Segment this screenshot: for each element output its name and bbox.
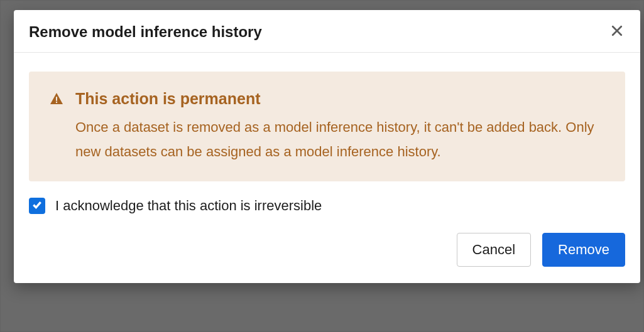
warning-heading: This action is permanent: [75, 89, 604, 108]
warning-panel: This action is permanent Once a dataset …: [29, 72, 625, 181]
remove-button[interactable]: Remove: [542, 233, 625, 267]
dialog-body: This action is permanent Once a dataset …: [14, 53, 640, 229]
acknowledge-label[interactable]: I acknowledge that this action is irreve…: [55, 198, 322, 214]
dialog-title: Remove model inference history: [29, 23, 262, 41]
remove-history-dialog: Remove model inference history This acti…: [14, 10, 640, 283]
acknowledge-checkbox[interactable]: [29, 198, 45, 214]
close-button[interactable]: [609, 23, 625, 41]
dialog-footer: Cancel Remove: [14, 229, 640, 283]
check-icon: [31, 199, 43, 213]
warning-content: This action is permanent Once a dataset …: [75, 89, 604, 164]
warning-icon: [49, 92, 64, 164]
dialog-header: Remove model inference history: [14, 10, 640, 53]
close-icon: [611, 25, 623, 38]
warning-text: Once a dataset is removed as a model inf…: [75, 115, 604, 164]
svg-point-0: [56, 102, 57, 103]
acknowledge-row: I acknowledge that this action is irreve…: [29, 198, 625, 214]
cancel-button[interactable]: Cancel: [457, 233, 531, 267]
